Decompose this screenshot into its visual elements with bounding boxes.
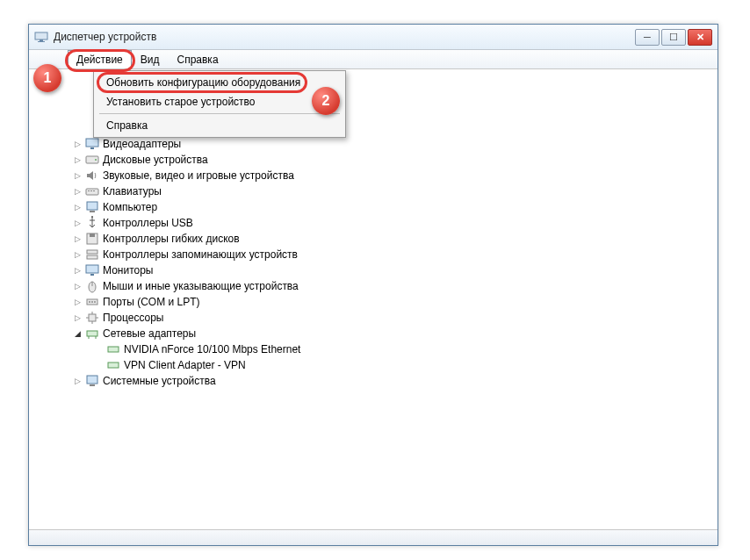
port-icon bbox=[85, 295, 99, 309]
monitor-icon bbox=[85, 263, 99, 277]
svg-rect-35 bbox=[108, 363, 119, 368]
statusbar bbox=[29, 529, 718, 545]
tree-label: Звуковые, видео и игровые устройства bbox=[103, 169, 294, 182]
menu-item-refresh-hardware[interactable]: Обновить конфигурацию оборудования bbox=[96, 73, 343, 92]
svg-rect-10 bbox=[93, 190, 95, 191]
tree-item-monitors[interactable]: ▷ Мониторы bbox=[36, 262, 718, 278]
tree-label: Контроллеры USB bbox=[103, 217, 193, 229]
tree-item-net1[interactable]: · NVIDIA nForce 10/100 Mbps Ethernet bbox=[36, 341, 718, 357]
menu-item-add-legacy[interactable]: Установить старое устройство bbox=[96, 92, 343, 111]
titlebar: Диспетчер устройств ─ ☐ ✕ bbox=[29, 25, 718, 50]
minimize-button[interactable]: ─ bbox=[635, 29, 660, 46]
display-icon bbox=[85, 137, 99, 151]
tree-item-mice[interactable]: ▷ Мыши и иные указывающие устройства bbox=[36, 278, 718, 294]
expander-icon[interactable]: ▷ bbox=[73, 282, 83, 291]
svg-rect-26 bbox=[89, 314, 96, 321]
tree-label: Мыши и иные указывающие устройства bbox=[103, 280, 299, 292]
svg-rect-34 bbox=[108, 347, 119, 352]
tree-panel: ▷ Видеоадаптеры ▷ Дисковые устройства ▷ … bbox=[29, 69, 718, 529]
tree-label: VPN Client Adapter - VPN bbox=[124, 359, 246, 371]
expander-icon[interactable]: ▷ bbox=[73, 203, 83, 212]
svg-rect-37 bbox=[90, 384, 95, 386]
annotation-badge-1: 1 bbox=[33, 64, 61, 92]
tree-label: Сетевые адаптеры bbox=[103, 327, 196, 340]
tree-label: Системные устройства bbox=[103, 375, 216, 387]
close-button[interactable]: ✕ bbox=[688, 29, 712, 46]
svg-rect-15 bbox=[90, 233, 95, 237]
system-icon bbox=[85, 374, 99, 388]
computer-icon bbox=[85, 200, 99, 214]
svg-rect-31 bbox=[87, 331, 97, 336]
expander-icon[interactable]: ▷ bbox=[73, 155, 83, 165]
menu-item-help[interactable]: Справка bbox=[96, 116, 343, 135]
menu-help[interactable]: Справка bbox=[168, 50, 227, 68]
tree-label: Видеоадаптеры bbox=[103, 138, 181, 150]
svg-point-25 bbox=[94, 301, 96, 303]
tree-item-sound[interactable]: ▷ Звуковые, видео и игровые устройства bbox=[36, 168, 718, 183]
tree-label: Контроллеры гибких дисков bbox=[103, 233, 240, 245]
window-controls: ─ ☐ ✕ bbox=[635, 29, 712, 46]
svg-point-6 bbox=[95, 159, 97, 161]
cpu-icon bbox=[85, 311, 99, 325]
menu-action[interactable]: Действие bbox=[68, 50, 132, 68]
expander-icon[interactable]: ▷ bbox=[73, 187, 83, 197]
app-icon bbox=[34, 30, 48, 44]
svg-rect-36 bbox=[87, 376, 97, 384]
svg-rect-7 bbox=[86, 189, 98, 195]
svg-rect-16 bbox=[87, 250, 97, 254]
network-icon bbox=[85, 327, 99, 341]
network-adapter-icon bbox=[106, 358, 120, 372]
tree-label: Контроллеры запоминающих устройств bbox=[103, 248, 298, 261]
tree-label: Мониторы bbox=[103, 264, 153, 276]
action-dropdown: Обновить конфигурацию оборудования Устан… bbox=[93, 70, 346, 138]
expander-icon[interactable]: ▷ bbox=[73, 140, 83, 149]
expander-icon[interactable]: ▷ bbox=[73, 250, 83, 260]
expander-icon[interactable]: ▷ bbox=[73, 266, 83, 276]
expander-icon[interactable]: ▷ bbox=[73, 377, 83, 386]
disk-icon bbox=[85, 153, 99, 167]
expander-icon[interactable]: ▷ bbox=[73, 219, 83, 228]
svg-rect-0 bbox=[35, 32, 47, 39]
annotation-badge-2: 2 bbox=[312, 87, 340, 115]
tree-item-disk[interactable]: ▷ Дисковые устройства bbox=[36, 152, 718, 168]
svg-rect-19 bbox=[90, 274, 94, 276]
expander-icon[interactable]: ▷ bbox=[73, 313, 83, 323]
tree-item-ports[interactable]: ▷ Порты (COM и LPT) bbox=[36, 294, 718, 310]
svg-rect-17 bbox=[87, 255, 97, 259]
tree-label: Компьютер bbox=[103, 201, 157, 213]
tree-item-cpu[interactable]: ▷ Процессоры bbox=[36, 310, 718, 326]
svg-point-24 bbox=[91, 301, 93, 303]
tree-item-keyboards[interactable]: ▷ Клавиатуры bbox=[36, 183, 718, 199]
speaker-icon bbox=[85, 169, 99, 183]
tree-item-system[interactable]: ▷ Системные устройства bbox=[36, 373, 718, 389]
menu-view[interactable]: Вид bbox=[132, 50, 169, 68]
tree-item-network[interactable]: ◢ Сетевые адаптеры bbox=[36, 326, 718, 341]
tree-label: Клавиатуры bbox=[103, 185, 162, 197]
svg-rect-18 bbox=[86, 265, 98, 273]
expander-icon[interactable]: ▷ bbox=[73, 234, 83, 244]
tree-item-floppy[interactable]: ▷ Контроллеры гибких дисков bbox=[36, 231, 718, 247]
svg-rect-12 bbox=[90, 211, 95, 212]
expander-icon[interactable]: ◢ bbox=[73, 329, 83, 339]
menubar: Действие Вид Справка bbox=[29, 50, 718, 69]
tree-item-net2[interactable]: · VPN Client Adapter - VPN bbox=[36, 357, 718, 373]
svg-point-23 bbox=[89, 301, 90, 303]
keyboard-icon bbox=[85, 184, 99, 198]
tree-label: Дисковые устройства bbox=[103, 154, 208, 166]
tree-label: Порты (COM и LPT) bbox=[103, 296, 200, 308]
tree-item-computer[interactable]: ▷ Компьютер bbox=[36, 199, 718, 215]
tree-item-storage[interactable]: ▷ Контроллеры запоминающих устройств bbox=[36, 247, 718, 262]
tree-item-usb[interactable]: ▷ Контроллеры USB bbox=[36, 215, 718, 231]
svg-rect-3 bbox=[86, 139, 98, 147]
expander-icon[interactable]: ▷ bbox=[73, 171, 83, 181]
svg-rect-9 bbox=[90, 190, 92, 191]
svg-rect-8 bbox=[88, 190, 90, 191]
tree-item-video[interactable]: ▷ Видеоадаптеры bbox=[36, 136, 718, 152]
menu-separator bbox=[99, 113, 340, 114]
maximize-button[interactable]: ☐ bbox=[661, 29, 686, 46]
expander-icon[interactable]: ▷ bbox=[73, 298, 83, 307]
usb-icon bbox=[85, 216, 99, 230]
storage-icon bbox=[85, 248, 99, 262]
tree-label: Процессоры bbox=[103, 312, 164, 324]
svg-rect-2 bbox=[38, 41, 45, 42]
